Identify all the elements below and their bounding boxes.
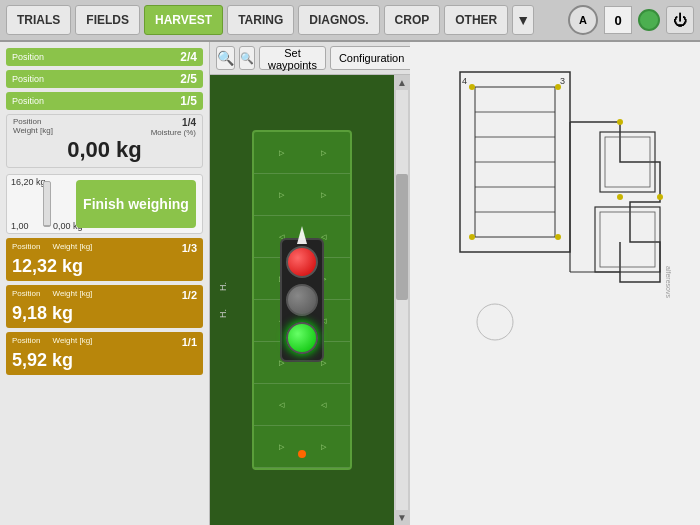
- status-indicator: [638, 9, 660, 31]
- count-display: 0: [604, 6, 632, 34]
- weight-pos-value: 1/4: [151, 117, 196, 128]
- main-content: Position 2/4 Position 2/5 Position 1/5 P…: [0, 42, 700, 525]
- zoom-out-icon: 🔍: [240, 52, 254, 65]
- mode-button[interactable]: A: [568, 5, 598, 35]
- field-with-scroll: ▷ ▷ ▷ ▷ ◁ ◁ ▷ ▷: [210, 75, 410, 525]
- svg-point-20: [617, 119, 623, 125]
- map-diagram: 4 3 alferesovs: [410, 42, 700, 525]
- brown-pos-label-1: Position: [12, 242, 40, 251]
- scale-bar: [43, 181, 51, 227]
- weight-display: 0,00 kg: [13, 137, 196, 163]
- zoom-in-button[interactable]: 🔍: [216, 46, 235, 70]
- scroll-up-arrow[interactable]: ▲: [397, 77, 407, 88]
- brown-row-2: Position Weight [kg] 1/2 9,18 kg: [6, 285, 203, 328]
- weight-block: Position Weight [kg] 1/4 Moisture (%) 0,…: [6, 114, 203, 168]
- brown-w-label-2: Weight [kg]: [52, 289, 92, 298]
- nav-dropdown[interactable]: ▼: [512, 5, 534, 35]
- brown-row-3: Position Weight [kg] 1/1 5,92 kg: [6, 332, 203, 375]
- traffic-light-red: [286, 246, 318, 278]
- position-value-2: 2/5: [180, 72, 197, 86]
- field-row-item: ▷ ▷: [254, 132, 350, 174]
- nav-taring[interactable]: TARING: [227, 5, 294, 35]
- svg-point-21: [617, 194, 623, 200]
- position-row-2: Position 2/5: [6, 70, 203, 88]
- row-arrow: ▷: [279, 149, 284, 157]
- weight-label: Weight [kg]: [13, 126, 53, 135]
- row-arrow: ◁: [279, 401, 284, 409]
- power-button[interactable]: ⏻: [666, 6, 694, 34]
- nav-crop[interactable]: CROP: [384, 5, 441, 35]
- set-waypoints-button[interactable]: Set waypoints: [259, 46, 326, 70]
- nav-trials[interactable]: TRIALS: [6, 5, 71, 35]
- scale-min: 1,00: [11, 221, 29, 231]
- scale-area: 16,20 kg 1,00 0,00 kg Finish weighing: [6, 174, 203, 234]
- brown-pos-label-3: Position: [12, 336, 40, 345]
- left-panel: Position 2/4 Position 2/5 Position 1/5 P…: [0, 42, 210, 525]
- field-view: ▷ ▷ ▷ ▷ ◁ ◁ ▷ ▷: [210, 75, 394, 525]
- traffic-light: [280, 238, 324, 362]
- brown-row-1: Position Weight [kg] 1/3 12,32 kg: [6, 238, 203, 281]
- brown-kg-1: 12,32 kg: [12, 256, 197, 277]
- brown-w-label-3: Weight [kg]: [52, 336, 92, 345]
- zoom-out-button[interactable]: 🔍: [239, 46, 255, 70]
- scale-max: 16,20 kg: [11, 177, 46, 187]
- center-panel: 🔍 🔍 Set waypoints Configuration ▷ ▷: [210, 42, 410, 525]
- row-arrow: ▷: [321, 191, 326, 199]
- top-right-controls: A 0 ⏻: [568, 5, 694, 35]
- scroll-track: [396, 90, 408, 510]
- brown-pos-val-1: 1/3: [182, 242, 197, 254]
- configuration-button[interactable]: Configuration: [330, 46, 413, 70]
- scroll-down-arrow[interactable]: ▼: [397, 512, 407, 523]
- field-marker-bottom: [298, 450, 306, 458]
- position-value-1: 2/4: [180, 50, 197, 64]
- brown-w-label-1: Weight [kg]: [52, 242, 92, 251]
- row-arrow: ▷: [279, 443, 284, 451]
- zoom-in-icon: 🔍: [217, 50, 234, 66]
- field-diagram: ▷ ▷ ▷ ▷ ◁ ◁ ▷ ▷: [252, 130, 352, 470]
- position-row-3: Position 1/5: [6, 92, 203, 110]
- field-side-labels: H. H.: [218, 282, 228, 318]
- row-arrow: ◁: [321, 401, 326, 409]
- field-row-item: ▷ ▷: [254, 426, 350, 468]
- svg-text:3: 3: [560, 76, 565, 86]
- svg-point-11: [469, 234, 475, 240]
- position-label-3: Position: [12, 96, 44, 106]
- brown-kg-2: 9,18 kg: [12, 303, 197, 324]
- top-navigation: TRIALS FIELDS HARVEST TARING DIAGNOS. CR…: [0, 0, 700, 42]
- svg-text:4: 4: [462, 76, 467, 86]
- vertical-scrollbar[interactable]: ▲ ▼: [394, 75, 410, 525]
- field-label-left2: H.: [218, 309, 228, 318]
- brown-pos-val-3: 1/1: [182, 336, 197, 348]
- brown-pos-val-2: 1/2: [182, 289, 197, 301]
- row-arrow: ▷: [321, 149, 326, 157]
- svg-point-22: [657, 194, 663, 200]
- svg-text:alferesovs: alferesovs: [665, 266, 672, 298]
- position-marker: [297, 226, 307, 244]
- weight-pos-label: Position: [13, 117, 53, 126]
- nav-harvest[interactable]: HARVEST: [144, 5, 223, 35]
- brown-pos-label-2: Position: [12, 289, 40, 298]
- position-label-2: Position: [12, 74, 44, 84]
- nav-diagnos[interactable]: DIAGNOS.: [298, 5, 379, 35]
- svg-point-8: [469, 84, 475, 90]
- scroll-thumb[interactable]: [396, 174, 408, 300]
- nav-other[interactable]: OTHER: [444, 5, 508, 35]
- row-arrow: ▷: [321, 443, 326, 451]
- field-row-item: ▷ ▷: [254, 174, 350, 216]
- position-row-1: Position 2/4: [6, 48, 203, 66]
- svg-point-10: [555, 234, 561, 240]
- position-label-1: Position: [12, 52, 44, 62]
- center-toolbar: 🔍 🔍 Set waypoints Configuration: [210, 42, 410, 75]
- field-row-item: ◁ ◁: [254, 384, 350, 426]
- right-panel: 4 3 alferesovs: [410, 42, 700, 525]
- traffic-light-green: [286, 322, 318, 354]
- finish-weighing-button[interactable]: Finish weighing: [76, 180, 196, 228]
- scale-fill: [44, 225, 50, 226]
- field-label-left: H.: [218, 282, 228, 291]
- position-value-3: 1/5: [180, 94, 197, 108]
- brown-kg-3: 5,92 kg: [12, 350, 197, 371]
- moist-label: Moisture (%): [151, 128, 196, 137]
- nav-fields[interactable]: FIELDS: [75, 5, 140, 35]
- traffic-light-yellow: [286, 284, 318, 316]
- row-arrow: ▷: [279, 191, 284, 199]
